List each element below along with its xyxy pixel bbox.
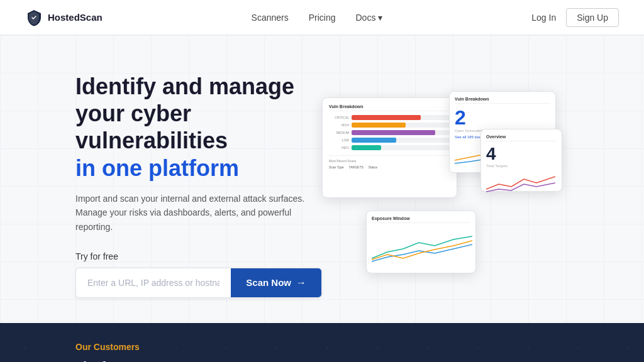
arrow-icon: → [296,277,306,288]
scan-type-labels: Scan Type TARGETS Status [329,165,450,169]
hero-subtitle: Import and scan your internal and extern… [75,192,314,234]
exposure-chart [372,227,472,265]
chevron-down-icon: ▾ [378,13,382,23]
mini-chart2 [486,172,557,196]
scan-button-label: Scan Now [246,277,291,288]
scan-input[interactable] [76,269,231,297]
customers-section: Our Customers The fortune... [0,323,644,362]
login-button[interactable]: Log In [531,13,556,23]
customers-label: Our Customers [75,342,569,352]
hero-section: Identify and manage your cyber vulnerabi… [0,35,644,323]
try-label: Try for free [75,251,322,261]
customers-content: Our Customers The fortune... [75,342,569,362]
most-recent-scans-label: Most Recent Scans [329,155,450,163]
bar-row-low: LOW [329,138,450,143]
navbar: HostedScan Scanners Pricing Docs ▾ Log I… [0,0,644,35]
scan-now-button[interactable]: Scan Now → [231,268,321,297]
scan-form: Scan Now → [75,268,322,298]
nav-scanners[interactable]: Scanners [252,13,289,23]
nav-actions: Log In Sign Up [531,8,619,27]
nav-docs[interactable]: Docs ▾ [356,13,383,23]
mockup-card-overlay: Overview 4 Total Targets [480,129,562,192]
bar-row-high: HIGH [329,123,450,128]
card-top-right-title: Vuln Breakdown [455,97,550,104]
shield-icon [25,9,43,26]
customers-tagline: The fortune... [75,359,569,362]
card-main-title: Vuln Breakdown [329,104,450,111]
logo[interactable]: HostedScan [25,9,103,26]
hero-title-blue: in one platform [75,155,239,181]
hero-visuals: Vuln Breakdown CRITICAL HIGH MEDIUM LOW [322,91,569,280]
hero-title: Identify and manage your cyber vulnerabi… [75,73,322,182]
bar-row-info: INFO [329,145,450,150]
bar-row-critical: CRITICAL [329,115,450,120]
hero-content: Identify and manage your cyber vulnerabi… [75,73,322,298]
big-number2: 4 [486,145,557,163]
signup-button[interactable]: Sign Up [566,8,619,27]
bar-row-medium: MEDIUM [329,130,450,135]
logo-text: HostedScan [48,12,103,23]
nav-pricing[interactable]: Pricing [309,13,336,23]
nav-links: Scanners Pricing Docs ▾ [252,13,383,23]
card-bottom-title: Exposure Window [372,216,470,223]
mockup-card-main: Vuln Breakdown CRITICAL HIGH MEDIUM LOW [322,97,457,198]
card-overlay-title: Overview [486,134,557,141]
mockup-card-bottom: Exposure Window [366,211,476,273]
big-number: 2 [455,107,550,128]
bar-chart: CRITICAL HIGH MEDIUM LOW INFO [329,115,450,150]
